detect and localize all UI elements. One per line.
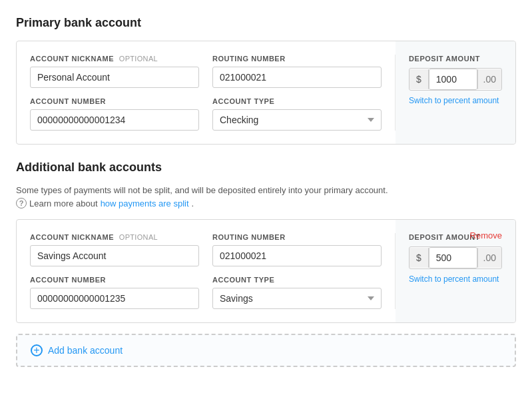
primary-account-number-input[interactable]	[30, 109, 199, 131]
account-type-field-group: ACCOUNT TYPE Checking Savings	[212, 97, 382, 131]
additional-routing-label: ROUTING NUMBER	[212, 233, 382, 241]
remove-button[interactable]: Remove	[470, 230, 502, 240]
additional-account-type-select[interactable]: Checking Savings	[212, 288, 382, 309]
primary-routing-input[interactable]	[212, 67, 382, 88]
additional-nickname-label: ACCOUNT NICKNAME OPTIONAL	[30, 233, 199, 241]
nickname-field-group: ACCOUNT NICKNAME OPTIONAL	[30, 55, 199, 88]
primary-deposit-cents: .00	[477, 69, 501, 89]
learn-more-punctuation: .	[192, 199, 194, 208]
how-payments-split-link[interactable]: how payments are split	[101, 199, 189, 208]
additional-account-number-field-group: ACCOUNT NUMBER	[30, 276, 199, 309]
additional-bank-accounts-section: Additional bank accounts Some types of p…	[16, 161, 516, 367]
question-icon: ?	[16, 198, 27, 208]
primary-account-fields: ACCOUNT NICKNAME OPTIONAL ROUTING NUMBER…	[30, 55, 396, 131]
learn-more-row: ? Learn more about how payments are spli…	[16, 198, 516, 208]
primary-bank-account-section: Primary bank account ACCOUNT NICKNAME OP…	[16, 16, 516, 145]
routing-field-group: ROUTING NUMBER	[212, 55, 382, 88]
primary-deposit-amount-input[interactable]	[429, 69, 477, 90]
additional-account-fields: ACCOUNT NICKNAME OPTIONAL ROUTING NUMBER…	[30, 233, 396, 309]
additional-account-type-label: ACCOUNT TYPE	[212, 276, 382, 284]
additional-account-number-label: ACCOUNT NUMBER	[30, 276, 199, 284]
primary-account-type-select[interactable]: Checking Savings	[212, 109, 382, 131]
additional-nickname-input[interactable]	[30, 245, 199, 266]
additional-info-text: Some types of payments will not be split…	[16, 185, 516, 195]
additional-section-title: Additional bank accounts	[16, 161, 516, 175]
primary-nickname-input[interactable]	[30, 67, 199, 88]
primary-deposit-label: DEPOSIT AMOUNT	[409, 55, 502, 63]
primary-switch-to-percent-link[interactable]: Switch to percent amount	[409, 96, 502, 105]
additional-routing-field-group: ROUTING NUMBER	[212, 233, 382, 266]
routing-label: ROUTING NUMBER	[212, 55, 382, 63]
additional-nickname-field-group: ACCOUNT NICKNAME OPTIONAL	[30, 233, 199, 266]
add-account-label: Add bank account	[48, 345, 123, 356]
additional-dollar-sign: $	[409, 248, 429, 268]
additional-deposit-amount-input[interactable]	[429, 247, 477, 268]
learn-more-text: Learn more about	[29, 199, 98, 208]
primary-deposit-section: DEPOSIT AMOUNT $ .00 Switch to percent a…	[396, 41, 515, 144]
additional-switch-to-percent-link[interactable]: Switch to percent amount	[409, 274, 502, 284]
additional-deposit-input-row: $ .00	[409, 246, 502, 269]
nickname-label: ACCOUNT NICKNAME OPTIONAL	[30, 55, 199, 63]
primary-section-title: Primary bank account	[16, 16, 516, 30]
primary-account-card: ACCOUNT NICKNAME OPTIONAL ROUTING NUMBER…	[16, 41, 516, 145]
additional-deposit-cents: .00	[477, 248, 501, 268]
additional-account-number-input[interactable]	[30, 288, 199, 309]
additional-routing-input[interactable]	[212, 245, 382, 266]
plus-circle-icon: +	[31, 344, 43, 356]
primary-deposit-input-row: $ .00	[409, 68, 502, 91]
additional-nickname-optional: OPTIONAL	[119, 233, 158, 241]
account-number-label: ACCOUNT NUMBER	[30, 97, 199, 105]
primary-dollar-sign: $	[409, 69, 429, 89]
additional-account-type-field-group: ACCOUNT TYPE Checking Savings	[212, 276, 382, 309]
account-number-field-group: ACCOUNT NUMBER	[30, 97, 199, 131]
nickname-optional: OPTIONAL	[119, 55, 158, 63]
account-type-label: ACCOUNT TYPE	[212, 97, 382, 105]
add-bank-account-button[interactable]: + Add bank account	[16, 334, 516, 367]
additional-account-card: Remove ACCOUNT NICKNAME OPTIONAL ROUTING…	[16, 219, 516, 323]
